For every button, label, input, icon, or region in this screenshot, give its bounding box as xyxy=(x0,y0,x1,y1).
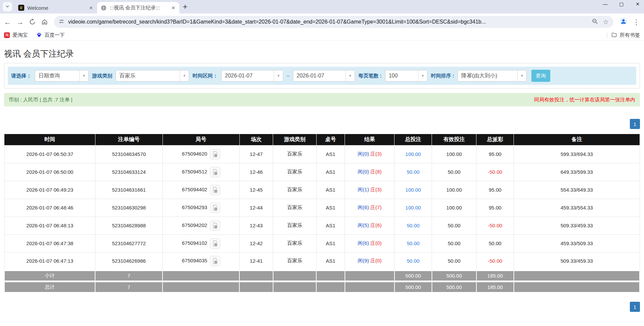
tab-search-button[interactable] xyxy=(3,2,12,11)
bookmark-baidu[interactable]: 百度一下 xyxy=(36,32,65,38)
profile-avatar[interactable] xyxy=(619,17,627,27)
query-type-value: 日期查询 xyxy=(35,70,79,81)
video-replay-button[interactable] xyxy=(210,256,220,266)
video-replay-button[interactable] xyxy=(210,238,220,249)
combo-arrow-icon[interactable]: ▼ xyxy=(274,70,283,81)
cell-time: 2026-01-07 06:48:46 xyxy=(4,199,95,217)
sort-combobox[interactable]: 降幂(由大到小) ▼ xyxy=(458,70,527,82)
back-button[interactable]: ← xyxy=(4,19,11,26)
reload-button[interactable] xyxy=(29,19,36,25)
cell-payout: 50.00 xyxy=(476,234,514,252)
cell-session: 12-41 xyxy=(239,252,273,270)
forward-button[interactable]: → xyxy=(17,19,24,26)
cell-payout: 95.00 xyxy=(476,199,514,217)
cell-bet-id: 523104630298 xyxy=(95,199,163,217)
browser-menu-button[interactable]: ⋮ xyxy=(633,19,640,26)
all-bookmarks-button[interactable]: 所有书签 xyxy=(611,32,640,39)
result-player: 闲(0) xyxy=(358,151,369,157)
video-replay-button[interactable] xyxy=(210,149,220,159)
window-maximize-button[interactable]: ▢ xyxy=(618,1,624,7)
round-id-text: 675094035 xyxy=(182,257,207,263)
subtotal-row-empty-session xyxy=(239,270,273,281)
date-start-combobox[interactable]: 2026-01-07 ▼ xyxy=(221,70,283,82)
cell-valid-bet: 50.00 xyxy=(432,234,476,252)
subtotal-row-empty-table-no xyxy=(316,270,345,281)
table-row: 2026-01-07 06:48:13523104628988675094202… xyxy=(4,217,640,234)
subtotal-row-empty-game-kind xyxy=(273,270,316,281)
cell-session: 12-42 xyxy=(239,234,273,252)
pagination-page-1-top[interactable]: 1 xyxy=(630,119,640,129)
pagination-page-1-bottom[interactable]: 1 xyxy=(630,302,640,312)
game-kind-combobox[interactable]: 百家乐 ▼ xyxy=(116,70,189,82)
video-replay-button[interactable] xyxy=(210,203,220,213)
cell-round-id: 675094035 xyxy=(163,252,239,270)
tab-welcome[interactable]: ♛ Welcome ✕ xyxy=(15,2,97,13)
cell-note: 459.33/509.33 xyxy=(514,234,640,252)
select-type-label: 请选择： xyxy=(11,73,31,79)
tab-close-icon[interactable]: ✕ xyxy=(88,4,94,11)
cell-game-kind: 百家乐 xyxy=(273,252,316,270)
cell-payout: -50.00 xyxy=(476,163,514,181)
round-id-text: 675094202 xyxy=(182,222,207,228)
game-kind-label: 游戏类别 xyxy=(92,73,112,79)
window-close-button[interactable]: ✕ xyxy=(635,1,641,7)
cell-table-no: AS1 xyxy=(316,181,345,199)
window-minimize-button[interactable]: — xyxy=(602,1,608,7)
tab-close-icon[interactable]: ✕ xyxy=(170,4,177,11)
bookmark-star-icon[interactable]: ☆ xyxy=(603,18,609,26)
total-row-empty-round-id xyxy=(163,281,239,292)
subtotal-row-empty-round-id xyxy=(163,270,239,281)
cell-valid-bet: 100.00 xyxy=(432,145,476,163)
total-bet-link[interactable]: 50.00 xyxy=(407,169,420,175)
search-button[interactable]: 查询 xyxy=(531,70,550,82)
date-start-value: 2026-01-07 xyxy=(222,70,274,81)
video-replay-button[interactable] xyxy=(210,221,220,231)
table-body: 2026-01-07 06:50:37523104634570675094620… xyxy=(4,145,640,270)
subtotal-row-empty-result xyxy=(345,270,394,281)
result-player: 闲(6) xyxy=(358,240,369,246)
page-size-combobox[interactable]: 100 ▼ xyxy=(385,70,428,82)
cell-time: 2026-01-07 06:47:38 xyxy=(4,234,95,252)
combo-arrow-icon[interactable]: ▼ xyxy=(517,70,526,81)
combo-arrow-icon[interactable]: ▼ xyxy=(180,70,189,81)
page-size-label: 每页笔数 : xyxy=(358,73,382,79)
combo-arrow-icon[interactable]: ▼ xyxy=(418,70,427,81)
cell-time: 2026-01-07 06:48:13 xyxy=(4,217,95,234)
col-header-session: 场次 xyxy=(239,134,273,145)
cell-total-bet: 50.00 xyxy=(394,163,432,181)
total-bet-link[interactable]: 100.00 xyxy=(405,151,421,157)
url-text[interactable]: videoie.com/game/betrecord_search/kind3?… xyxy=(68,19,588,25)
cell-table-no: AS1 xyxy=(316,234,345,252)
total-bet-link[interactable]: 50.00 xyxy=(407,240,420,246)
total-bet-link[interactable]: 50.00 xyxy=(407,258,420,264)
round-id-text: 675094512 xyxy=(182,168,207,174)
home-button[interactable] xyxy=(41,19,48,25)
video-replay-button[interactable] xyxy=(210,167,220,177)
zoom-out-icon[interactable] xyxy=(592,18,598,26)
bookmark-taobao[interactable]: 淘 爱淘宝 xyxy=(4,32,28,38)
address-bar[interactable]: videoie.com/game/betrecord_search/kind3?… xyxy=(54,16,613,28)
date-end-combobox[interactable]: 2026-01-07 ▼ xyxy=(293,70,355,82)
tab-bet-records[interactable]: :::视讯 会员下注纪录::: ✕ xyxy=(97,2,179,13)
bet-records-table: 时间注单编号局号场次游戏类别桌号结果总投注有效投注总派彩备注 2026-01-0… xyxy=(4,134,640,293)
cell-round-id: 675094620 xyxy=(163,145,239,163)
video-replay-button[interactable] xyxy=(210,185,220,195)
new-tab-button[interactable]: + xyxy=(183,3,187,11)
result-banker: 庄(7) xyxy=(370,204,381,210)
total-bet-link[interactable]: 100.00 xyxy=(405,187,421,193)
cell-total-bet: 100.00 xyxy=(394,181,432,199)
subtotal-row-label: 小计 xyxy=(4,270,95,281)
cell-note: 509.33/459.33 xyxy=(514,217,640,234)
round-id-text: 675094402 xyxy=(182,186,207,192)
date-end-value: 2026-01-07 xyxy=(293,70,346,81)
combo-arrow-icon[interactable]: ▼ xyxy=(79,70,88,81)
combo-arrow-icon[interactable]: ▼ xyxy=(346,70,355,81)
col-header-time: 时间 xyxy=(4,134,95,145)
sort-value: 降幂(由大到小) xyxy=(458,70,517,81)
site-settings-icon[interactable] xyxy=(59,19,64,26)
total-bet-link[interactable]: 100.00 xyxy=(405,205,421,210)
cell-result: 闲(6) 庄(7) xyxy=(345,199,394,217)
result-banker: 庄(3) xyxy=(370,187,381,192)
query-type-combobox[interactable]: 日期查询 ▼ xyxy=(35,70,89,82)
total-bet-link[interactable]: 50.00 xyxy=(407,223,420,228)
